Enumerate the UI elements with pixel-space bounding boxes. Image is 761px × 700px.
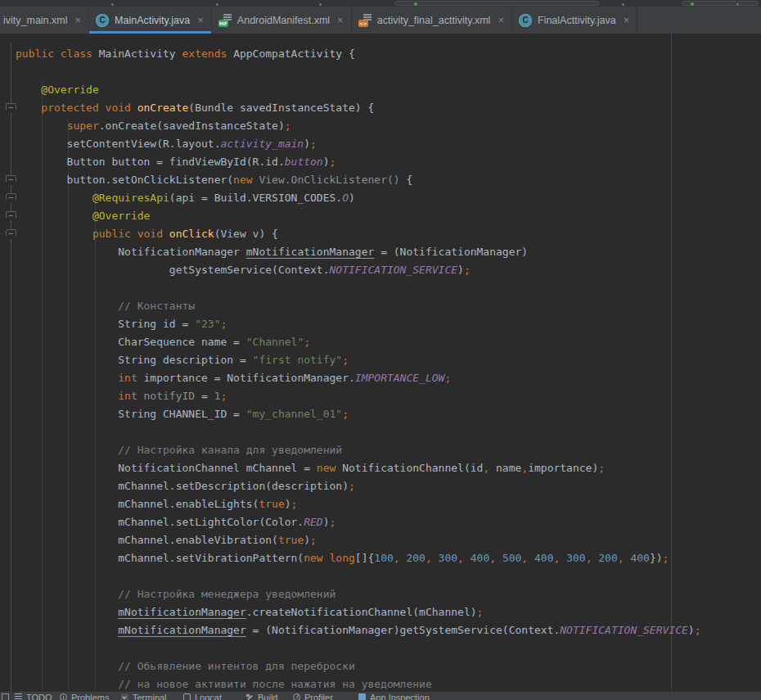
toolwindow-profiler[interactable]: Profiler (293, 693, 333, 700)
tab-activity-final-acttivity-xml[interactable]: <> activity_final_acttivity.xml × (352, 7, 512, 34)
code-line[interactable]: // Обьявление интентов для переброски (16, 657, 761, 675)
todo-list-icon (15, 693, 22, 700)
toolbar-icon (319, 3, 322, 6)
code-line[interactable] (16, 639, 761, 657)
code-line[interactable]: mChannel.enableLights(true); (16, 495, 761, 513)
code-line[interactable]: @Override (16, 207, 761, 225)
code-line[interactable]: mChannel.enableVibration(true); (16, 531, 761, 549)
toolbar-icon (736, 3, 739, 6)
code-line[interactable]: String CHANNEL_ID = "my_channel_01"; (16, 405, 761, 423)
code-line[interactable]: protected void onCreate(Bundle savedInst… (16, 99, 761, 117)
code-line[interactable]: super.onCreate(savedInstanceState); (16, 117, 761, 135)
code-line[interactable]: String description = "first notify"; (16, 351, 761, 369)
tab-mainactivity-java[interactable]: C MainActivity.java × (89, 7, 212, 34)
toolwindow-label: Profiler (304, 693, 333, 700)
xml-badge: <> (358, 20, 368, 27)
manifest-badge: MF (218, 20, 228, 27)
code-line[interactable]: mChannel.setLightColor(Color.RED); (16, 513, 761, 531)
code-line[interactable] (16, 567, 761, 585)
editor[interactable]: −−−−− public class MainActivity extends … (0, 34, 761, 700)
toolwindow-label: Build (258, 693, 277, 700)
toolwindow-label: Problems (71, 693, 109, 700)
code-line[interactable] (16, 63, 761, 81)
toolwindow-build[interactable]: Build (246, 693, 277, 700)
code-line[interactable]: getSystemService(Context.NOTIFICATION_SE… (16, 261, 761, 279)
run-icon (414, 2, 417, 6)
code-line[interactable]: public class MainActivity extends AppCom… (16, 45, 761, 63)
toolwindow-problems[interactable]: Problems (60, 693, 109, 700)
code-line[interactable]: mNotificationManager = (NotificationMana… (16, 621, 761, 639)
code-line[interactable]: @RequiresApi(api = Build.VERSION_CODES.O… (16, 189, 761, 207)
code-line[interactable]: mChannel.setDescription(description); (16, 477, 761, 495)
toolwindow-label: Terminal (133, 693, 167, 700)
manifest-file-icon: MF (218, 14, 232, 27)
tool-window-corner-button[interactable] (2, 693, 9, 700)
app-inspection-icon (358, 693, 366, 700)
close-icon[interactable]: × (624, 15, 630, 25)
close-icon[interactable]: × (337, 15, 344, 25)
code-line[interactable]: // Константы (16, 297, 761, 315)
run-icon (691, 2, 694, 6)
tab-label: activity_final_acttivity.xml (377, 15, 491, 26)
profiler-icon (293, 693, 300, 700)
code-line[interactable]: CharSequence name = "Channel"; (16, 333, 761, 351)
editor-tab-bar: ivity_main.xml × C MainActivity.java × M… (0, 7, 761, 34)
code-line[interactable]: @Override (16, 81, 761, 99)
code-line[interactable]: mNotificationManager.createNotificationC… (16, 603, 761, 621)
code-line[interactable]: int importance = NotificationManager.IMP… (16, 369, 761, 387)
toolwindow-terminal[interactable]: Terminal (121, 693, 167, 700)
logcat-icon (183, 693, 191, 700)
toolbar-icon (216, 3, 218, 6)
close-icon[interactable]: × (197, 15, 204, 25)
code-line[interactable]: mChannel.setVibrationPattern(new long[]{… (16, 549, 761, 567)
code-line[interactable]: // Настройка менеджера уведомлений (16, 585, 761, 603)
close-icon[interactable]: × (75, 15, 82, 25)
code-line[interactable]: String id = "23"; (16, 315, 761, 333)
code-area[interactable]: public class MainActivity extends AppCom… (0, 45, 761, 693)
code-line[interactable]: // Настройка канала для уведомлений (16, 441, 761, 459)
code-line[interactable]: setContentView(R.layout.activity_main); (16, 135, 761, 153)
code-line[interactable] (16, 279, 761, 297)
code-line[interactable]: NotificationManager mNotificationManager… (16, 243, 761, 261)
tab-label: FinalActtivity.java (538, 15, 616, 26)
code-line[interactable] (16, 423, 761, 441)
layout-xml-icon: <> (358, 14, 371, 27)
problems-icon (60, 693, 67, 700)
toolbar-icon (111, 3, 114, 6)
code-line[interactable]: NotificationChannel mChannel = new Notif… (16, 459, 761, 477)
toolwindow-app-inspection[interactable]: App Inspection (358, 693, 430, 700)
window-icon (2, 693, 9, 700)
toolwindow-logcat[interactable]: Logcat (183, 693, 222, 700)
tool-window-bar: TODO Problems Terminal Logcat Build Prof… (0, 691, 761, 700)
toolbar-icon (622, 3, 624, 6)
tab-label: ivity_main.xml (3, 15, 68, 26)
code-line[interactable]: public void onClick(View v) { (16, 225, 761, 243)
tab-activity-main-xml[interactable]: ivity_main.xml × (0, 7, 89, 34)
tab-label: AndroidManifest.xml (237, 15, 330, 26)
toolwindow-label: App Inspection (370, 693, 430, 700)
code-line[interactable]: Button button = findViewById(R.id.button… (16, 153, 761, 171)
toolwindow-label: Logcat (195, 693, 222, 700)
tab-androidmanifest-xml[interactable]: MF AndroidManifest.xml × (212, 7, 352, 34)
toolwindow-label: TODO (26, 693, 52, 700)
toolwindow-todo[interactable]: TODO (15, 693, 52, 700)
tab-finalacttivity-java[interactable]: C FinalActtivity.java × (512, 7, 637, 34)
code-line[interactable]: int notifyID = 1; (16, 387, 761, 405)
java-class-icon: C (96, 14, 109, 27)
java-class-icon: C (519, 14, 532, 27)
close-icon[interactable]: × (498, 15, 504, 25)
toolbar-remnant (394, 1, 599, 6)
terminal-icon (121, 693, 128, 700)
tab-label: MainActivity.java (115, 15, 190, 26)
code-line[interactable]: button.setOnClickListener(new View.OnCli… (16, 171, 761, 189)
build-hammer-icon (246, 693, 254, 700)
